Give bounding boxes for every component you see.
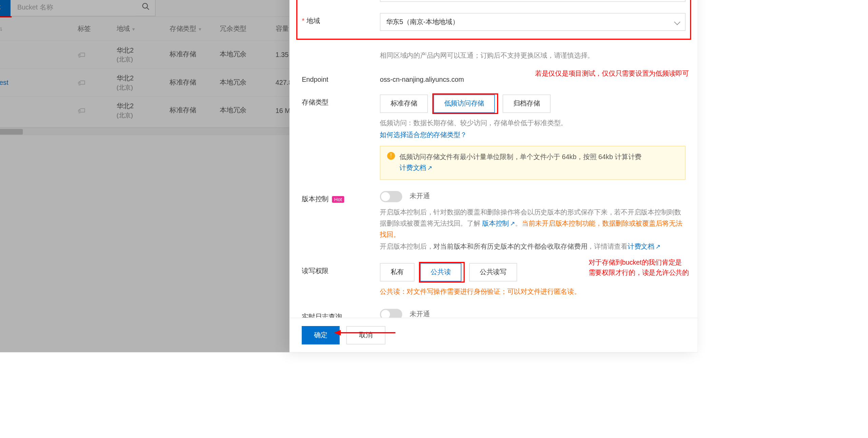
storage-class-label: 存储类型 [302,95,380,179]
storage-option-standard[interactable]: 标准存储 [380,95,428,113]
realtime-log-toggle[interactable] [380,308,402,317]
annotation-test: 若是仅仅是项目测试，仅仅只需要设置为低频读即可 [535,69,689,78]
region-label: *地域 [302,13,380,31]
svg-marker-3 [334,330,341,335]
billing-doc-link[interactable]: 计费文档↗ [399,164,432,172]
annotation-acl: 对于存储到bucket的我们肯定是需要权限才行的，读是允许公共的 [588,258,689,278]
region-select[interactable]: 华东5（南京-本地地域） [380,13,685,31]
versioning-toggle[interactable] [380,191,402,202]
acl-label: 读写权限 [302,263,380,297]
annotation-arrow-icon [334,327,401,338]
versioning-label: 版本控制Hot [302,191,380,252]
versioning-link[interactable]: 版本控制↗ [482,220,515,227]
billing-doc-link[interactable]: 计费文档↗ [628,242,660,250]
chevron-down-icon [674,19,680,25]
acl-option-private[interactable]: 私有 [380,263,414,281]
storage-option-archive[interactable]: 归档存储 [502,95,550,113]
realtime-log-label: 实时日志查询 [302,308,380,317]
storage-help-link[interactable]: 如何选择适合您的存储类型？ [380,131,467,138]
endpoint-label: Endpoint [302,72,380,83]
acl-option-public-read[interactable]: 公共读 [420,263,461,281]
acl-option-public-rw[interactable]: 公共读写 [469,263,517,281]
bucket-name-label: *Bucket 名称 [302,0,380,2]
warning-icon: ! [387,152,395,160]
create-bucket-panel: 创建 Bucket ✕ ! 注意：Bucket 创建成功后，您所选择的 存储类型… [290,0,698,352]
storage-option-infrequent[interactable]: 低频访问存储 [433,95,495,113]
bucket-name-field[interactable]: 16/63 ✓ [380,0,685,2]
